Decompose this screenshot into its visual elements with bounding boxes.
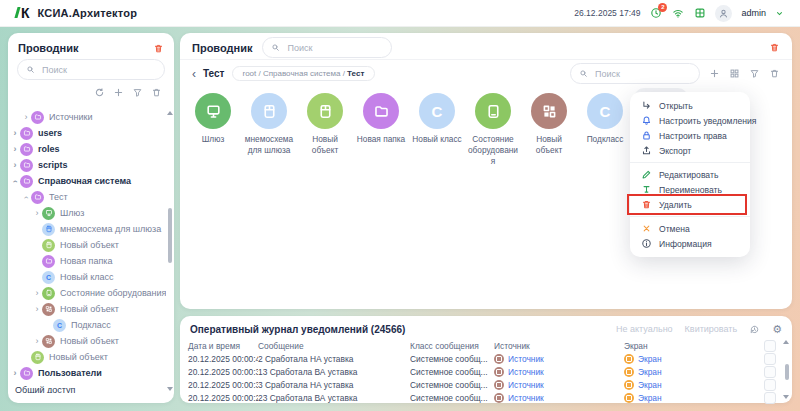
journal-row[interactable]: 20.12.2025 00:00:3813 Сработала ВА устав…	[180, 365, 792, 378]
menu-item-delete[interactable]: Удалить	[630, 197, 750, 212]
menu-item-export[interactable]: Экспорт	[630, 143, 750, 158]
cell-screen-link[interactable]: Экран	[624, 367, 764, 377]
delete-icon[interactable]	[769, 68, 780, 79]
journal-scroll-up[interactable]	[783, 340, 789, 344]
sidebar-scrollbar[interactable]	[168, 208, 172, 263]
tree-item[interactable]: Новый объект	[8, 237, 166, 253]
scroll-down-arrow[interactable]	[167, 387, 173, 391]
tree-item[interactable]: Новая папка	[8, 253, 166, 269]
tree-item[interactable]: ›scripts	[8, 157, 166, 173]
breadcrumb[interactable]: root / Справочная система / Тест	[232, 66, 376, 81]
sidebar-search[interactable]	[17, 59, 165, 80]
chevron-up-icon[interactable]: ›	[22, 192, 31, 202]
tree-item[interactable]: ›users	[8, 125, 166, 141]
menu-item-info[interactable]: Информация	[630, 236, 750, 251]
tree-item[interactable]: ›Новый объект	[8, 333, 166, 349]
cell-screen-link[interactable]: Экран	[624, 380, 764, 390]
tile[interactable]: Шлюз	[186, 88, 240, 150]
journal-title: Оперативный журнал уведомлений (24566)	[190, 324, 405, 335]
view-grid-icon[interactable]	[729, 68, 740, 79]
cell-screen-link[interactable]: Экран	[624, 393, 764, 403]
row-checkbox[interactable]	[764, 379, 776, 391]
tree-item[interactable]: CПодкласс	[8, 317, 166, 333]
journal-scroll-down[interactable]	[783, 395, 789, 399]
tree-item-label: Справочная система	[38, 176, 131, 186]
add-icon[interactable]	[113, 87, 124, 98]
sidebar-search-input[interactable]	[40, 64, 156, 76]
notifications-clock-icon[interactable]: 2	[649, 7, 662, 20]
cell-source-link[interactable]: Источник	[494, 393, 624, 403]
chevron-right-icon[interactable]: ›	[10, 145, 20, 154]
journal-header: Оперативный журнал уведомлений (24566) Н…	[180, 316, 792, 339]
menu-item-configure-permissions[interactable]: Настроить права	[630, 128, 750, 143]
tile[interactable]: Новая папка	[354, 88, 408, 150]
tree-item[interactable]: CНовый класс	[8, 269, 166, 285]
main-trash-icon[interactable]	[769, 42, 780, 53]
menu-item-configure-notifications[interactable]: Настроить уведомления	[630, 113, 750, 128]
cell-screen-link[interactable]: Экран	[624, 354, 764, 364]
filter-icon[interactable]	[132, 87, 143, 98]
grid-search[interactable]	[570, 63, 700, 84]
chevron-right-icon[interactable]: ›	[32, 337, 42, 346]
scroll-up-arrow[interactable]	[167, 111, 173, 115]
chevron-right-icon[interactable]: ›	[10, 161, 20, 170]
tile[interactable]: Новый объект	[522, 88, 576, 161]
chevron-right-icon[interactable]: ›	[10, 129, 20, 138]
row-checkbox[interactable]	[764, 366, 776, 378]
refresh-icon[interactable]	[94, 87, 105, 98]
journal-row[interactable]: 20.12.2025 00:00:2823 Сработала ВА устав…	[180, 391, 792, 404]
tree-item[interactable]: ›Справочная система	[8, 173, 166, 189]
cell-source-link[interactable]: Источник	[494, 367, 624, 377]
history-icon[interactable]	[749, 324, 760, 335]
menu-item-open[interactable]: Открыть	[630, 98, 750, 113]
settings-gear-icon[interactable]: ⚙	[772, 324, 782, 335]
journal-row[interactable]: 20.12.2025 00:00:442 Сработала НА уставк…	[180, 352, 792, 365]
cell-source-link[interactable]: Источник	[494, 380, 624, 390]
tree-item[interactable]: Новый объект	[8, 349, 166, 365]
menu-divider	[630, 162, 750, 163]
tree-item[interactable]: ›Источники	[8, 109, 166, 125]
chevron-right-icon[interactable]: ›	[10, 369, 20, 378]
tree-item[interactable]: мнемосхема для шлюза	[8, 221, 166, 237]
tile[interactable]: CНовый класс	[410, 88, 464, 150]
main-search-input[interactable]	[285, 42, 383, 54]
journal-scrollbar[interactable]	[785, 364, 789, 380]
chevron-right-icon[interactable]: ›	[32, 305, 42, 314]
back-icon[interactable]: ‹	[192, 68, 196, 80]
journal-row[interactable]: 20.12.2025 00:00:333 Сработала НА уставк…	[180, 378, 792, 391]
breadcrumb-row: ‹ Тест root / Справочная система / Тест	[180, 60, 792, 85]
row-checkbox[interactable]	[764, 353, 776, 365]
chevron-right-icon[interactable]: ›	[32, 209, 42, 218]
chevron-down-icon[interactable]	[775, 9, 784, 18]
delete-icon[interactable]	[151, 87, 162, 98]
apps-grid-icon[interactable]	[693, 7, 706, 20]
tree-item[interactable]: ›Шлюз	[8, 205, 166, 221]
select-all-checkbox[interactable]	[764, 340, 776, 352]
tree-item[interactable]: ›Пользователи	[8, 365, 166, 381]
chevron-up-icon[interactable]: ›	[11, 176, 20, 186]
mark-irrelevant-button[interactable]: Не актуально	[616, 324, 673, 334]
tile[interactable]: Новый объект	[298, 88, 352, 161]
cell-source-link[interactable]: Источник	[494, 354, 624, 364]
tree-item[interactable]: ›Новый объект	[8, 301, 166, 317]
grid-search-input[interactable]	[593, 68, 691, 80]
avatar[interactable]	[715, 5, 732, 22]
wifi-icon[interactable]	[671, 7, 684, 20]
tile[interactable]: мнемосхема для шлюза	[242, 88, 296, 161]
menu-item-cancel[interactable]: Отмена	[630, 221, 750, 236]
main-search[interactable]	[262, 37, 392, 58]
row-checkbox[interactable]	[764, 392, 776, 404]
tile[interactable]: CПодкласс	[578, 88, 632, 150]
main-title: Проводник	[192, 42, 252, 54]
tree-item[interactable]: ›roles	[8, 141, 166, 157]
menu-item-edit[interactable]: Редактировать	[630, 167, 750, 182]
tree-item[interactable]: ›Тест	[8, 189, 166, 205]
sidebar-trash-icon[interactable]	[153, 43, 164, 54]
chevron-right-icon[interactable]: ›	[21, 113, 31, 122]
filter-icon[interactable]	[749, 68, 760, 79]
tile[interactable]: Состояние оборудования	[466, 88, 520, 171]
tree-item[interactable]: ›Состояние оборудования	[8, 285, 166, 301]
add-icon[interactable]	[709, 68, 720, 79]
acknowledge-button[interactable]: Квитировать	[685, 324, 738, 334]
chevron-right-icon[interactable]: ›	[32, 289, 42, 298]
